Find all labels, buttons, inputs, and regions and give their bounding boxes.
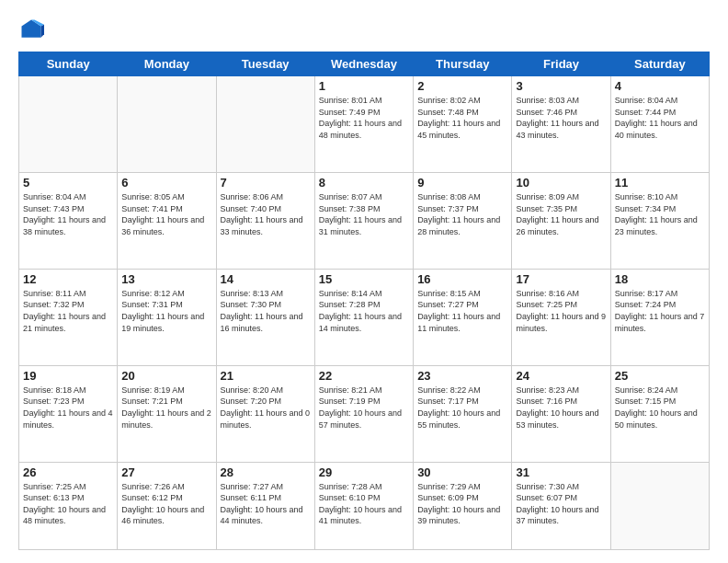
day-info: Sunrise: 8:16 AM Sunset: 7:25 PM Dayligh…	[516, 288, 606, 334]
day-info: Sunrise: 8:04 AM Sunset: 7:44 PM Dayligh…	[615, 95, 705, 141]
calendar-cell: 12Sunrise: 8:11 AM Sunset: 7:32 PM Dayli…	[19, 269, 118, 365]
day-number: 10	[516, 176, 606, 190]
calendar-cell	[610, 462, 709, 549]
day-info: Sunrise: 8:02 AM Sunset: 7:48 PM Dayligh…	[417, 95, 507, 141]
calendar-week-0: 1Sunrise: 8:01 AM Sunset: 7:49 PM Daylig…	[19, 76, 710, 173]
day-number: 21	[221, 369, 311, 383]
day-info: Sunrise: 8:22 AM Sunset: 7:17 PM Dayligh…	[417, 385, 507, 431]
day-info: Sunrise: 8:05 AM Sunset: 7:41 PM Dayligh…	[121, 191, 211, 237]
day-number: 7	[221, 176, 311, 190]
day-info: Sunrise: 8:07 AM Sunset: 7:38 PM Dayligh…	[319, 191, 409, 237]
calendar-cell: 31Sunrise: 7:30 AM Sunset: 6:07 PM Dayli…	[512, 462, 610, 549]
day-info: Sunrise: 8:17 AM Sunset: 7:24 PM Dayligh…	[615, 288, 705, 334]
logo-icon	[18, 17, 44, 42]
day-info: Sunrise: 8:18 AM Sunset: 7:23 PM Dayligh…	[23, 385, 113, 431]
calendar-cell: 5Sunrise: 8:04 AM Sunset: 7:43 PM Daylig…	[19, 172, 118, 269]
calendar-cell: 10Sunrise: 8:09 AM Sunset: 7:35 PM Dayli…	[512, 172, 610, 269]
day-info: Sunrise: 7:25 AM Sunset: 6:13 PM Dayligh…	[23, 481, 113, 527]
day-number: 11	[615, 176, 705, 190]
calendar-week-4: 26Sunrise: 7:25 AM Sunset: 6:13 PM Dayli…	[19, 462, 710, 549]
day-number: 28	[221, 465, 311, 479]
day-info: Sunrise: 8:24 AM Sunset: 7:15 PM Dayligh…	[615, 385, 705, 431]
calendar-cell: 25Sunrise: 8:24 AM Sunset: 7:15 PM Dayli…	[610, 365, 709, 462]
calendar-cell: 3Sunrise: 8:03 AM Sunset: 7:46 PM Daylig…	[512, 76, 610, 173]
day-info: Sunrise: 8:03 AM Sunset: 7:46 PM Dayligh…	[516, 95, 606, 141]
calendar-week-2: 12Sunrise: 8:11 AM Sunset: 7:32 PM Dayli…	[19, 269, 710, 365]
day-info: Sunrise: 8:13 AM Sunset: 7:30 PM Dayligh…	[221, 288, 311, 334]
day-number: 6	[121, 176, 211, 190]
calendar-cell: 21Sunrise: 8:20 AM Sunset: 7:20 PM Dayli…	[216, 365, 314, 462]
day-info: Sunrise: 7:29 AM Sunset: 6:09 PM Dayligh…	[417, 481, 507, 527]
day-number: 13	[121, 272, 211, 286]
calendar-cell: 18Sunrise: 8:17 AM Sunset: 7:24 PM Dayli…	[610, 269, 709, 365]
day-number: 27	[121, 465, 211, 479]
day-info: Sunrise: 8:20 AM Sunset: 7:20 PM Dayligh…	[221, 385, 311, 431]
day-number: 19	[23, 369, 113, 383]
day-info: Sunrise: 8:14 AM Sunset: 7:28 PM Dayligh…	[319, 288, 409, 334]
calendar-cell: 24Sunrise: 8:23 AM Sunset: 7:16 PM Dayli…	[512, 365, 610, 462]
calendar-cell: 26Sunrise: 7:25 AM Sunset: 6:13 PM Dayli…	[19, 462, 118, 549]
day-info: Sunrise: 7:28 AM Sunset: 6:10 PM Dayligh…	[319, 481, 409, 527]
day-header-tuesday: Tuesday	[216, 52, 314, 76]
day-header-sunday: Sunday	[19, 52, 118, 76]
day-number: 8	[319, 176, 409, 190]
day-info: Sunrise: 8:19 AM Sunset: 7:21 PM Dayligh…	[121, 385, 211, 431]
day-number: 18	[615, 272, 705, 286]
header	[18, 17, 710, 42]
calendar-cell: 16Sunrise: 8:15 AM Sunset: 7:27 PM Dayli…	[414, 269, 512, 365]
calendar-cell: 2Sunrise: 8:02 AM Sunset: 7:48 PM Daylig…	[414, 76, 512, 173]
day-number: 3	[516, 79, 606, 93]
calendar-cell: 29Sunrise: 7:28 AM Sunset: 6:10 PM Dayli…	[314, 462, 413, 549]
days-header-row: SundayMondayTuesdayWednesdayThursdayFrid…	[19, 52, 710, 76]
calendar-cell: 11Sunrise: 8:10 AM Sunset: 7:34 PM Dayli…	[610, 172, 709, 269]
calendar-cell: 7Sunrise: 8:06 AM Sunset: 7:40 PM Daylig…	[216, 172, 314, 269]
day-number: 29	[319, 465, 409, 479]
calendar-cell: 1Sunrise: 8:01 AM Sunset: 7:49 PM Daylig…	[314, 76, 413, 173]
calendar-table: SundayMondayTuesdayWednesdayThursdayFrid…	[18, 52, 710, 550]
calendar-cell: 27Sunrise: 7:26 AM Sunset: 6:12 PM Dayli…	[118, 462, 216, 549]
calendar-cell: 20Sunrise: 8:19 AM Sunset: 7:21 PM Dayli…	[118, 365, 216, 462]
calendar-cell: 19Sunrise: 8:18 AM Sunset: 7:23 PM Dayli…	[19, 365, 118, 462]
day-info: Sunrise: 7:27 AM Sunset: 6:11 PM Dayligh…	[221, 481, 311, 527]
calendar-week-3: 19Sunrise: 8:18 AM Sunset: 7:23 PM Dayli…	[19, 365, 710, 462]
day-number: 22	[319, 369, 409, 383]
day-info: Sunrise: 7:26 AM Sunset: 6:12 PM Dayligh…	[121, 481, 211, 527]
day-info: Sunrise: 8:11 AM Sunset: 7:32 PM Dayligh…	[23, 288, 113, 334]
day-header-saturday: Saturday	[610, 52, 709, 76]
day-info: Sunrise: 8:21 AM Sunset: 7:19 PM Dayligh…	[319, 385, 409, 431]
day-info: Sunrise: 8:15 AM Sunset: 7:27 PM Dayligh…	[417, 288, 507, 334]
calendar-cell: 30Sunrise: 7:29 AM Sunset: 6:09 PM Dayli…	[414, 462, 512, 549]
calendar-cell: 14Sunrise: 8:13 AM Sunset: 7:30 PM Dayli…	[216, 269, 314, 365]
day-number: 1	[319, 79, 409, 93]
day-number: 16	[417, 272, 507, 286]
day-number: 31	[516, 465, 606, 479]
page: SundayMondayTuesdayWednesdayThursdayFrid…	[0, 0, 728, 563]
day-info: Sunrise: 8:01 AM Sunset: 7:49 PM Dayligh…	[319, 95, 409, 141]
calendar-cell: 28Sunrise: 7:27 AM Sunset: 6:11 PM Dayli…	[216, 462, 314, 549]
day-number: 26	[23, 465, 113, 479]
day-number: 30	[417, 465, 507, 479]
day-info: Sunrise: 8:23 AM Sunset: 7:16 PM Dayligh…	[516, 385, 606, 431]
calendar-week-1: 5Sunrise: 8:04 AM Sunset: 7:43 PM Daylig…	[19, 172, 710, 269]
day-number: 24	[516, 369, 606, 383]
calendar-cell	[19, 76, 118, 173]
day-info: Sunrise: 8:09 AM Sunset: 7:35 PM Dayligh…	[516, 191, 606, 237]
day-info: Sunrise: 8:06 AM Sunset: 7:40 PM Dayligh…	[221, 191, 311, 237]
calendar-cell: 4Sunrise: 8:04 AM Sunset: 7:44 PM Daylig…	[610, 76, 709, 173]
day-number: 4	[615, 79, 705, 93]
calendar-cell	[118, 76, 216, 173]
day-header-monday: Monday	[118, 52, 216, 76]
day-info: Sunrise: 8:04 AM Sunset: 7:43 PM Dayligh…	[23, 191, 113, 237]
calendar-cell	[216, 76, 314, 173]
day-header-wednesday: Wednesday	[314, 52, 413, 76]
day-number: 5	[23, 176, 113, 190]
day-number: 25	[615, 369, 705, 383]
calendar-cell: 8Sunrise: 8:07 AM Sunset: 7:38 PM Daylig…	[314, 172, 413, 269]
day-number: 9	[417, 176, 507, 190]
calendar-cell: 13Sunrise: 8:12 AM Sunset: 7:31 PM Dayli…	[118, 269, 216, 365]
calendar-cell: 17Sunrise: 8:16 AM Sunset: 7:25 PM Dayli…	[512, 269, 610, 365]
calendar-cell: 6Sunrise: 8:05 AM Sunset: 7:41 PM Daylig…	[118, 172, 216, 269]
calendar-cell: 22Sunrise: 8:21 AM Sunset: 7:19 PM Dayli…	[314, 365, 413, 462]
day-number: 20	[121, 369, 211, 383]
day-header-friday: Friday	[512, 52, 610, 76]
